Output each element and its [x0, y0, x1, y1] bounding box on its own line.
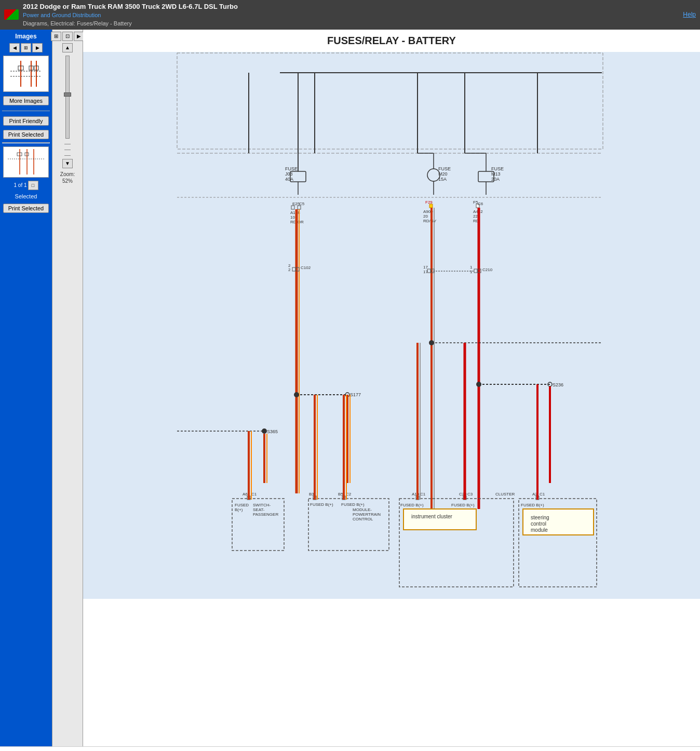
more-images-button[interactable]: More Images	[3, 96, 49, 105]
print-selected-button-top[interactable]: Print Selected	[3, 130, 49, 139]
wiring-diagram-svg: FUSE J03 40A FUSE M20 15A FUSE M13 20A	[83, 52, 700, 597]
page-nav-btn[interactable]: □	[28, 181, 38, 190]
svg-text:module: module	[531, 527, 548, 533]
header-left: 2012 Dodge or Ram Truck RAM 3500 Truck 2…	[4, 2, 238, 28]
zoom-label: Zoom:	[60, 171, 75, 177]
header: 2012 Dodge or Ram Truck RAM 3500 Truck 2…	[0, 0, 700, 30]
svg-rect-16	[177, 53, 603, 149]
svg-text:20: 20	[423, 214, 428, 219]
page-nav-row: 1 of 1 □	[2, 181, 50, 190]
svg-text:F29: F29	[425, 200, 433, 205]
zoom-slider-thumb[interactable]	[64, 92, 71, 97]
svg-text:20A: 20A	[491, 177, 500, 182]
zoom-tick2	[64, 150, 71, 150]
svg-text:FUSE: FUSE	[285, 166, 298, 171]
svg-text:17: 17	[423, 270, 428, 274]
zoom-panel: ⊞ ⊡ ▶ ▲ ▼ Zoom: 52%	[52, 30, 83, 746]
svg-text:A6: A6	[243, 492, 248, 497]
svg-text:B(+): B(+)	[235, 507, 243, 512]
svg-text:22: 22	[473, 214, 478, 219]
svg-text:FUSED B(+): FUSED B(+)	[341, 502, 365, 507]
page-indicator: 1 of 1	[14, 182, 26, 188]
svg-text:J03: J03	[285, 171, 293, 177]
svg-rect-79	[474, 269, 477, 273]
sidebar-divider2	[2, 142, 50, 143]
svg-rect-47	[292, 267, 295, 271]
image-nav-row: ◀ ⊞ ▶	[2, 43, 50, 52]
svg-text:C1: C1	[251, 492, 257, 497]
print-selected-button-bottom[interactable]: Print Selected	[3, 204, 49, 213]
svg-text:FUSED: FUSED	[235, 503, 249, 507]
zoom-down-btn[interactable]: ▼	[62, 159, 73, 168]
nav-fit-btn[interactable]: ⊞	[21, 43, 31, 52]
svg-text:B5: B5	[338, 492, 343, 497]
zoom-fit3-btn[interactable]: ▶	[74, 32, 84, 41]
svg-rect-41	[298, 206, 301, 209]
svg-text:C102: C102	[301, 265, 311, 270]
svg-rect-124	[403, 509, 476, 530]
svg-rect-40	[291, 206, 294, 209]
help-link[interactable]: Help	[683, 11, 696, 18]
svg-text:control: control	[531, 521, 546, 527]
svg-text:C1: C1	[540, 492, 545, 497]
svg-rect-0	[5, 58, 47, 89]
svg-point-57	[262, 428, 267, 434]
svg-text:M13: M13	[491, 171, 501, 177]
svg-text:FUSE: FUSE	[491, 166, 504, 171]
svg-text:1: 1	[470, 265, 473, 270]
svg-text:1: 1	[470, 270, 473, 274]
app-logo	[4, 9, 19, 20]
svg-text:RD/GY: RD/GY	[423, 219, 437, 223]
svg-text:POWERTRAIN: POWERTRAIN	[353, 512, 381, 517]
svg-text:B3: B3	[309, 492, 314, 497]
nav-next-btn[interactable]: ▶	[32, 43, 43, 52]
svg-text:S365: S365	[267, 429, 278, 434]
zoom-value: 52%	[62, 178, 73, 184]
svg-text:MODULE-: MODULE-	[353, 507, 372, 512]
nav-prev-btn[interactable]: ◀	[9, 43, 20, 52]
diagram-title: FUSES/RELAY - BATTERY	[83, 30, 700, 52]
svg-text:FUSE: FUSE	[438, 166, 451, 171]
svg-text:C210: C210	[482, 267, 493, 272]
sidebar: Images ◀ ⊞ ▶ More Images Print Friendly …	[0, 30, 52, 746]
svg-text:FUSED B(+): FUSED B(+)	[521, 503, 544, 507]
header-title-block: 2012 Dodge or Ram Truck RAM 3500 Truck 2…	[23, 2, 238, 28]
selected-label: Selected	[2, 193, 50, 199]
diagram-thumbnail	[3, 56, 49, 92]
zoom-tick1	[64, 144, 71, 144]
zoom-up-btn[interactable]: ▲	[62, 43, 73, 52]
svg-text:10: 10	[290, 215, 295, 220]
section-subtitle: Power and Ground Distribution	[23, 11, 238, 19]
svg-text:C6: C6	[478, 202, 483, 206]
svg-text:S236: S236	[553, 382, 563, 387]
print-friendly-button[interactable]: Print Friendly	[3, 116, 49, 126]
svg-text:40A: 40A	[285, 177, 293, 182]
svg-text:C1: C1	[420, 492, 426, 497]
svg-text:PASSENGER: PASSENGER	[253, 512, 278, 517]
svg-text:M20: M20	[438, 171, 448, 177]
selected-thumbnail	[3, 146, 49, 178]
svg-rect-61	[429, 204, 433, 208]
svg-text:SWITCH-: SWITCH-	[253, 503, 271, 507]
svg-text:steering: steering	[531, 515, 549, 520]
zoom-tick3	[64, 155, 71, 156]
zoom-slider[interactable]	[65, 56, 70, 139]
svg-text:C3: C3	[467, 492, 473, 497]
breadcrumb: Diagrams, Electrical: Fuses/Relay - Batt…	[23, 20, 238, 28]
zoom-controls-row: ⊞ ⊡ ▶	[51, 32, 84, 41]
diagram-container: FUSE J03 40A FUSE M20 15A FUSE M13 20A	[83, 52, 700, 599]
main-wrapper: Images ◀ ⊞ ▶ More Images Print Friendly …	[0, 30, 700, 746]
sidebar-divider	[2, 111, 50, 111]
svg-text:CLUSTER: CLUSTER	[495, 492, 515, 497]
svg-text:CONTROL: CONTROL	[353, 517, 373, 521]
vehicle-title: 2012 Dodge or Ram Truck RAM 3500 Truck 2…	[23, 2, 238, 11]
footer: © 2016 ALL DATA, LLC. All Rights Reserve…	[0, 746, 700, 751]
svg-text:FUSED B(+): FUSED B(+)	[451, 503, 475, 507]
svg-text:15A: 15A	[438, 177, 447, 182]
images-section-label: Images	[2, 32, 50, 41]
svg-text:S177: S177	[350, 392, 361, 397]
zoom-fit2-btn[interactable]: ⊡	[62, 32, 73, 41]
zoom-fit-btn[interactable]: ⊞	[51, 32, 61, 41]
svg-text:instrument cluster: instrument cluster	[411, 514, 453, 519]
svg-text:17: 17	[423, 265, 428, 270]
